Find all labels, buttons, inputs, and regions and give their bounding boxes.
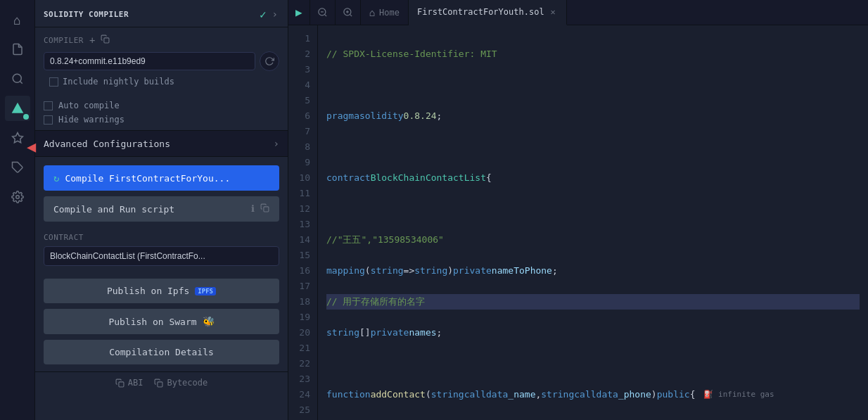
compiler-version-select[interactable]: 0.8.24+commit.e11b9ed9 [44,52,255,70]
code-line-8: mapping(string => string) private nameTo… [326,263,860,279]
svg-line-1 [20,81,22,83]
nightly-builds-label: Include nightly builds [63,77,174,87]
bytecode-label: Bytecode [167,378,208,388]
svg-line-14 [350,14,352,16]
compilation-details-button[interactable]: Compilation Details [44,340,279,364]
version-row: 0.8.24+commit.e11b9ed9 [44,51,279,71]
copy-icon[interactable] [99,33,111,47]
abi-bytecode-row: ABI Bytecode [35,371,288,393]
compile-button-label: Compile FirstContractForYou... [65,173,230,184]
sidebar-header: SOLIDITY COMPILER ✓ › [35,0,288,27]
info-icon[interactable]: ℹ [251,203,255,215]
home-tab-icon: ⌂ [369,7,375,18]
svg-marker-2 [11,103,23,113]
svg-line-11 [324,14,326,16]
publish-ipfs-label: Publish on Ipfs [107,286,189,296]
zoom-in-button[interactable] [336,0,361,25]
hide-warnings-label: Hide warnings [58,115,125,125]
auto-compile-option: Auto compile [44,101,279,110]
code-line-7: //"王五","13598534006" [326,232,860,248]
tab-home-label: Home [379,8,400,18]
swarm-icon: 🐝 [203,316,215,327]
compile-run-button[interactable]: Compile and Run script ℹ [44,196,279,222]
contract-select[interactable]: BlockChainContactList (FirstContractFo..… [44,246,279,266]
activity-bar: ⌂ [0,0,35,420]
advanced-config-label: Advanced Configurations [44,139,170,149]
sidebar-panel: SOLIDITY COMPILER ✓ › COMPILER + 0.8.24+… [35,0,288,420]
ipfs-badge: IPFS [195,287,216,295]
contract-section: CONTRACT BlockChainContactList (FirstCon… [35,227,288,279]
code-line-10: string[] private names; [326,325,860,341]
compile-run-label: Compile and Run script [53,204,174,215]
compiler-label: COMPILER [44,36,84,45]
code-line-11 [326,356,860,371]
advanced-config-chevron-icon: › [274,138,279,149]
search-icon[interactable] [5,66,30,91]
publish-swarm-button[interactable]: Publish on Swarm 🐝 [44,309,279,334]
options-section: Auto compile Hide warnings [35,98,288,130]
top-bar: ▶ ⌂ Home FirstContractForYouth.sol ✕ [288,0,868,25]
plugin-icon[interactable] [5,155,30,180]
sidebar-header-icons: ✓ › [260,7,279,21]
svg-marker-3 [12,133,23,143]
files-icon[interactable] [5,37,30,62]
compiler-label-row: COMPILER + [44,33,279,47]
code-area: 12345 678910 1112131415 1617181920 21222… [288,25,868,420]
svg-rect-6 [104,38,109,43]
code-line-4 [326,139,860,155]
bytecode-item[interactable]: Bytecode [154,378,208,388]
publish-swarm-label: Publish on Swarm [108,317,196,327]
run-button[interactable]: ▶ [288,0,310,25]
svg-point-5 [15,196,19,199]
compilation-details-label: Compilation Details [109,347,214,357]
sidebar-title: SOLIDITY COMPILER [44,10,129,19]
gas-label-12: ⛽ infinite gas [703,387,774,402]
svg-point-0 [13,74,21,82]
action-buttons: Publish on Ipfs IPFS Publish on Swarm 🐝 … [35,279,288,371]
settings-icon[interactable] [5,184,30,210]
compile-refresh-icon: ↻ [53,172,59,184]
bytecode-copy-icon [154,378,163,388]
nightly-builds-checkbox[interactable] [49,77,58,87]
check-icon: ✓ [260,8,267,21]
code-line-3: pragma solidity 0.8.24; [326,108,860,124]
red-arrow-indicator: ◀ [27,138,36,155]
svg-rect-9 [158,381,162,386]
code-line-9: // 用于存储所有的名字 [326,294,860,310]
abi-copy-icon [115,378,125,388]
contract-label: CONTRACT [44,233,279,242]
code-line-12: function addContact(string calldata _nam… [326,387,860,402]
compile-section: ↻ Compile FirstContractForYou... Compile… [35,157,288,227]
line-numbers: 12345 678910 1112131415 1617181920 21222… [288,25,318,420]
code-line-2 [326,77,860,93]
publish-ipfs-button[interactable]: Publish on Ipfs IPFS [44,279,279,303]
tab-close-icon[interactable]: ✕ [549,6,558,18]
hide-warnings-option: Hide warnings [44,115,279,125]
abi-label: ABI [128,378,143,388]
editor-area: ▶ ⌂ Home FirstContractForYouth.sol ✕ [288,0,868,420]
tab-firstcontract[interactable]: FirstContractForYouth.sol ✕ [409,0,567,25]
compiler-label-icons: + [88,33,111,47]
home-icon[interactable]: ⌂ [5,7,30,32]
compiler-refresh-btn[interactable] [260,51,279,71]
code-line-5: contract BlockChainContactList { [326,170,860,186]
auto-compile-checkbox[interactable] [44,101,53,110]
add-icon[interactable]: + [88,33,96,47]
copy2-icon[interactable] [260,203,269,215]
code-line-1: // SPDX-License-Identifier: MIT [326,46,860,62]
compiler-section: COMPILER + 0.8.24+commit.e11b9ed9 [35,27,288,98]
abi-item[interactable]: ABI [115,378,143,388]
svg-rect-7 [264,207,269,212]
solidity-compiler-icon[interactable] [5,96,30,121]
tab-home[interactable]: ⌂ Home [361,0,409,25]
code-editor[interactable]: // SPDX-License-Identifier: MIT pragma s… [318,25,868,420]
auto-compile-label: Auto compile [58,101,120,110]
tab-bar: ⌂ Home FirstContractForYouth.sol ✕ [361,0,868,25]
expand-icon[interactable]: › [271,7,279,21]
tab-firstcontract-label: FirstContractForYouth.sol [417,7,544,17]
zoom-out-button[interactable] [310,0,336,25]
nightly-builds-row: Include nightly builds [44,77,279,87]
hide-warnings-checkbox[interactable] [44,115,53,125]
compile-button[interactable]: ↻ Compile FirstContractForYou... [44,165,279,191]
advanced-configurations-row[interactable]: Advanced Configurations › [35,130,288,157]
